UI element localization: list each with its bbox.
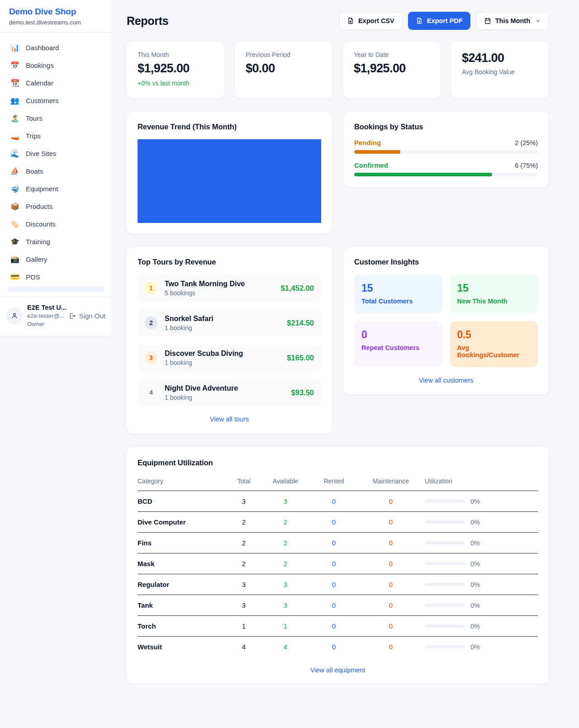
shop-name: Demo Dive Shop [9,7,103,17]
table-row: Mask 2 2 0 0 0% [138,553,538,574]
export-csv-button[interactable]: Export CSV [339,12,402,30]
person-icon [10,312,19,320]
export-csv-label: Export CSV [358,17,394,24]
table-row: BCD 3 3 0 0 0% [138,491,538,512]
sidebar-item-customers[interactable]: 👥 Customers [5,92,107,109]
sidebar-item-dashboard[interactable]: 📊 Dashboard [5,39,107,57]
sidebar-item-tours[interactable]: 🏝️ Tours [5,109,107,127]
page-header: Reports Export CSV Export PDF [127,12,549,30]
tile-label: Avg Bookings/Customer [457,344,531,359]
view-all-customers-link[interactable]: View all customers [354,377,538,384]
export-pdf-button[interactable]: Export PDF [408,12,470,30]
sailboat-icon: ⛵ [10,167,20,175]
cell-available: 4 [260,637,311,657]
status-label: Confirmed [354,161,388,169]
cell-available: 3 [260,574,311,595]
user-meta: E2E Test U... e2e-tester@... Owner [27,303,64,329]
view-all-equipment-link[interactable]: View all equipment [138,667,538,674]
sidebar-item-training[interactable]: 🎓 Training [5,233,107,251]
tour-bookings: 1 booking [165,359,280,366]
diving-mask-icon: 🤿 [10,184,20,193]
island-icon: 🏝️ [10,114,20,123]
column-header-category: Category [138,474,228,491]
utilization-percent: 0% [470,602,480,609]
tour-revenue: $165.00 [287,354,314,362]
utilization-bar [425,624,465,628]
tour-row: 1 Two Tank Morning Dive 5 bookings $1,45… [138,274,321,302]
sidebar-item-equipment[interactable]: 🤿 Equipment [5,180,107,198]
sidebar-item-dive-sites[interactable]: 🌊 Dive Sites [5,145,107,162]
graduation-cap-icon: 🎓 [10,237,20,246]
tour-revenue: $1,452.00 [281,284,314,293]
insights-row: Top Tours by Revenue 1 Two Tank Morning … [127,247,549,434]
sidebar-item-discounts[interactable]: 🏷️ Discounts [5,215,107,233]
stat-value: $241.00 [462,51,538,65]
top-tours-card: Top Tours by Revenue 1 Two Tank Morning … [127,247,332,434]
sidebar-item-label: POS [26,273,40,281]
cell-maintenance: 0 [357,595,425,616]
sidebar-item-label: Tours [26,114,43,122]
revenue-trend-card: Revenue Trend (This Month) [127,112,332,234]
period-label: This Month [495,17,530,24]
cell-total: 4 [228,637,260,657]
tour-revenue: $93.50 [291,388,314,397]
column-header-total: Total [228,474,260,491]
avatar [6,307,23,324]
sidebar: Demo Dive Shop demo.test.divestreams.com… [0,0,112,336]
cell-maintenance: 0 [357,574,425,595]
stat-cards: This Month $1,925.00 +0% vs last month P… [127,41,549,99]
charts-row: Revenue Trend (This Month) Bookings by S… [127,112,549,234]
utilization-percent: 0% [470,581,480,588]
sign-out-label: Sign Out [79,312,105,320]
document-download-icon [347,17,354,24]
tile-total-customers: 15 Total Customers [354,274,442,313]
cell-rented: 0 [311,533,357,553]
sidebar-item-pos[interactable]: 💳 POS [5,268,107,286]
status-value: 6 (75%) [515,162,538,169]
sidebar-item-trips[interactable]: 🚤 Trips [5,127,107,145]
cell-total: 3 [228,491,260,512]
tile-new-this-month: 15 New This Month [450,274,538,313]
sidebar-item-reports-partial[interactable] [7,287,104,292]
sidebar-item-products[interactable]: 📦 Products [5,198,107,215]
tour-bookings: 1 booking [165,394,284,401]
view-all-tours-link[interactable]: View all tours [138,416,321,423]
package-icon: 📦 [10,202,20,211]
cell-rented: 0 [311,491,357,512]
cell-maintenance: 0 [357,637,425,657]
period-select[interactable]: This Month [476,12,549,30]
status-bar-track [354,150,538,154]
calendar-date-icon: 📅 [10,61,20,70]
cell-total: 1 [228,616,260,637]
sidebar-item-boats[interactable]: ⛵ Boats [5,162,107,180]
price-tag-icon: 🏷️ [10,220,20,228]
app-root: Demo Dive Shop demo.test.divestreams.com… [0,0,579,718]
sign-out-button[interactable]: Sign Out [68,312,105,320]
tour-name: Two Tank Morning Dive [165,280,274,288]
cell-available: 2 [260,553,311,574]
sidebar-nav: 📊 Dashboard 📅 Bookings 📆 Calendar 👥 Cust… [0,33,112,297]
utilization-bar [425,562,465,565]
tour-name: Discover Scuba Diving [165,350,280,358]
cell-total: 3 [228,574,260,595]
equipment-utilization-card: Equipment Utilization Category Total Ava… [127,447,549,684]
sidebar-item-label: Calendar [26,79,53,87]
revenue-trend-chart [138,139,321,223]
status-row-pending: Pending 2 (25%) [354,139,538,154]
tile-value: 0.5 [457,329,531,341]
sidebar-item-calendar[interactable]: 📆 Calendar [5,74,107,92]
table-row: Torch 1 1 0 0 0% [138,616,538,637]
tile-value: 0 [361,329,435,341]
sidebar-item-bookings[interactable]: 📅 Bookings [5,57,107,74]
customer-insights-card: Customer Insights 15 Total Customers 15 … [343,247,549,395]
sidebar-item-label: Equipment [26,185,58,193]
stat-card-previous-period: Previous Period $0.00 [235,41,332,99]
shop-domain: demo.test.divestreams.com [9,19,103,26]
shop-brand: Demo Dive Shop demo.test.divestreams.com [0,0,112,33]
customer-insights-title: Customer Insights [354,258,538,266]
sidebar-item-gallery[interactable]: 📸 Gallery [5,251,107,268]
cell-available: 1 [260,616,311,637]
insight-tiles: 15 Total Customers 15 New This Month 0 R… [354,274,538,367]
utilization-bar [425,583,465,586]
stat-label: Previous Period [246,51,322,58]
